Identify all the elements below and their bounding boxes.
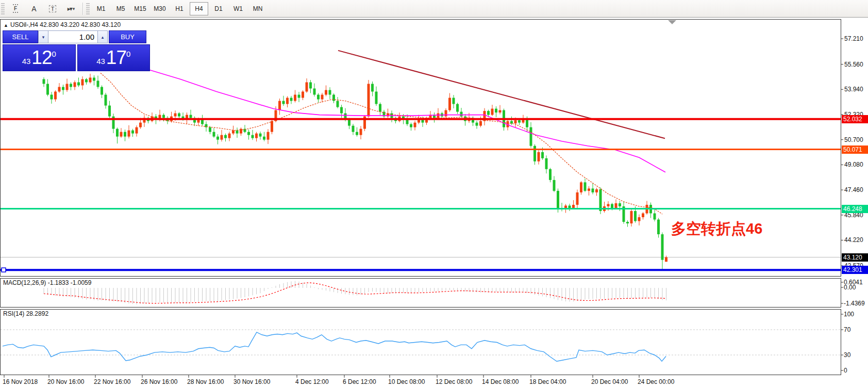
sell-price-display[interactable]: 43 12 0 bbox=[3, 44, 76, 71]
symbol-name: USOil-,H4 bbox=[10, 21, 38, 28]
time-axis-label: 30 Nov 16:00 bbox=[233, 378, 270, 385]
symbol-ohlc: 42.830 43.220 42.830 43.120 bbox=[40, 21, 121, 28]
time-axis-label: 26 Nov 16:00 bbox=[141, 378, 177, 385]
rsi-indicator-label: RSI(14) 28.2892 bbox=[3, 310, 48, 317]
time-axis-label: 20 Nov 16:00 bbox=[47, 378, 84, 385]
price-tag-46.248: 46.248 bbox=[842, 205, 868, 213]
price-axis-label: 57.210 bbox=[844, 35, 863, 42]
rsi-scale-label: 30 bbox=[844, 351, 850, 359]
volume-decrease-button[interactable]: ▾ bbox=[38, 30, 48, 43]
time-axis-label: 28 Nov 16:00 bbox=[187, 378, 224, 385]
rsi-scale-label: 70 bbox=[844, 326, 850, 333]
time-axis-label: 22 Nov 16:00 bbox=[94, 378, 130, 385]
price-axis-label: 53.940 bbox=[844, 86, 863, 93]
price-axis-label: 55.560 bbox=[844, 61, 863, 68]
buy-price-display[interactable]: 43 17 0 bbox=[77, 44, 151, 71]
volume-input[interactable] bbox=[48, 30, 97, 43]
time-axis-label: 24 Dec 00:00 bbox=[638, 378, 674, 385]
buy-button[interactable]: BUY bbox=[109, 30, 146, 43]
price-tag-52.032: 52.032 bbox=[842, 115, 868, 123]
macd-indicator-label: MACD(12,26,9) -1.1833 -1.0059 bbox=[3, 279, 91, 286]
time-axis-label: 18 Dec 04:00 bbox=[529, 378, 566, 385]
macd-scale-label: 0.00 bbox=[844, 284, 856, 291]
volume-increase-button[interactable]: ▴ bbox=[97, 30, 108, 43]
time-axis-label: 12 Dec 08:00 bbox=[436, 378, 472, 385]
trading-platform-window: F A T ▸▾ ▾ M1M5M15M30H1H4D1W1MN ▲USOil-,… bbox=[0, 0, 868, 388]
time-axis-label: 14 Dec 08:00 bbox=[482, 378, 519, 385]
price-tag-43.120: 43.120 bbox=[842, 253, 868, 262]
price-tag-42.301: 42.301 bbox=[842, 266, 868, 274]
price-axis-label: 44.220 bbox=[844, 236, 863, 244]
price-tag-50.071: 50.071 bbox=[842, 146, 868, 154]
macd-scale-label: -1.4369 bbox=[844, 300, 865, 307]
rsi-scale-label: 100 bbox=[844, 311, 854, 318]
time-axis-label: 10 Dec 08:00 bbox=[388, 378, 425, 385]
price-axis-label: 49.080 bbox=[844, 161, 863, 168]
rsi-scale-label: 0 bbox=[844, 367, 847, 374]
sell-button[interactable]: SELL bbox=[3, 30, 38, 43]
time-axis-label: 20 Dec 04:00 bbox=[591, 378, 628, 385]
price-axis-label: 50.700 bbox=[844, 136, 863, 143]
chart-text-annotation[interactable]: 多空转折点46 bbox=[671, 219, 762, 239]
time-axis-label: 16 Nov 2018 bbox=[3, 378, 38, 385]
time-axis-label: 4 Dec 12:00 bbox=[295, 378, 329, 385]
price-axis-label: 47.460 bbox=[844, 186, 863, 193]
time-axis-label: 6 Dec 12:00 bbox=[343, 378, 376, 385]
one-click-trade-panel: SELL ▾ ▴ BUY 43 12 0 43 17 0 bbox=[3, 30, 150, 72]
symbol-info-line: ▲USOil-,H4 42.830 43.220 42.830 43.120 bbox=[4, 21, 121, 28]
symbol-collapse-icon[interactable]: ▲ bbox=[4, 23, 8, 28]
